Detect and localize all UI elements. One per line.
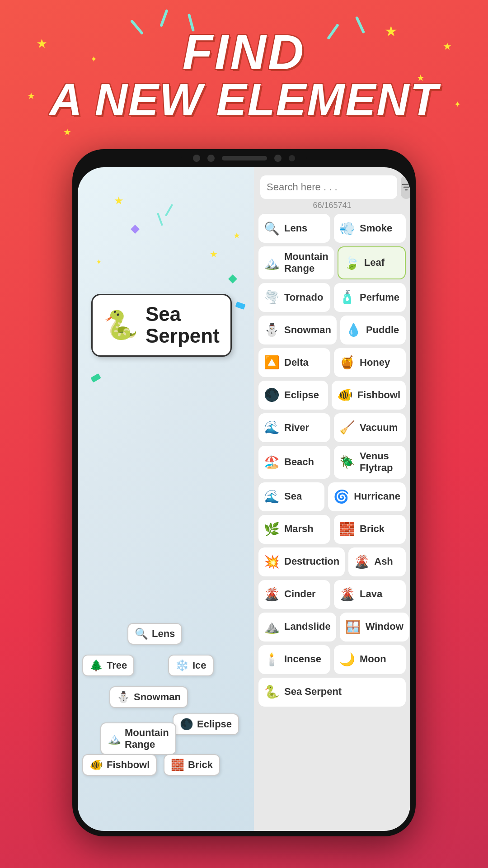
element-item[interactable]: ⛄Snowman (258, 316, 337, 344)
camera-dot (193, 155, 200, 162)
element-item[interactable]: ⛰️Landslide (258, 613, 336, 642)
elem-emoji: 🌋 (339, 587, 355, 602)
elem-emoji: ⛄ (264, 322, 280, 337)
element-item[interactable]: 🌊River (258, 413, 330, 442)
elem-emoji: 🏖️ (264, 455, 280, 470)
element-item[interactable]: 🔼Delta (258, 348, 330, 377)
element-item[interactable]: 💨Smoke (334, 214, 406, 243)
node-brick[interactable]: 🧱 Brick (164, 754, 220, 776)
element-item[interactable]: 🏔️Mountain Range (258, 246, 334, 279)
element-item[interactable]: 🪟Window (340, 613, 409, 642)
element-row: 🌿Marsh🧱Brick (258, 515, 406, 544)
node-eclipse[interactable]: 🌑 Eclipse (173, 713, 239, 735)
element-item[interactable]: 🐍Sea Serpent (258, 678, 406, 707)
element-item[interactable]: 🌿Marsh (258, 515, 330, 544)
elem-name: Fishbowl (357, 389, 400, 401)
elem-name: Marsh (284, 523, 314, 535)
element-row: 💥Destruction🌋Ash (258, 547, 406, 576)
node-tree-label: Tree (107, 660, 127, 671)
elem-name: Destruction (284, 556, 339, 567)
gem-green-deco (228, 274, 237, 283)
elem-name: Tornado (284, 292, 323, 303)
elem-name: Beach (284, 456, 314, 468)
elem-name: Moon (360, 653, 386, 665)
element-item[interactable]: 🍃Leaf (338, 246, 406, 279)
panel-star: ★ (233, 231, 240, 241)
element-item[interactable]: 🌊Sea (258, 482, 324, 511)
element-row: 🌊Sea🌀Hurricane (258, 482, 406, 511)
eclipse-icon: 🌑 (180, 718, 193, 731)
elem-emoji: 🏔️ (264, 255, 280, 270)
node-lens[interactable]: 🔍 Lens (127, 623, 182, 645)
element-item[interactable]: 🧴Perfume (334, 283, 406, 312)
elem-name: Incense (284, 653, 321, 665)
node-fishbowl-label: Fishbowl (107, 759, 150, 771)
speaker-grill (222, 156, 267, 160)
element-item[interactable]: 🐠Fishbowl (332, 381, 406, 410)
element-row: 🔍Lens💨Smoke (258, 214, 406, 243)
elem-name: Venus Flytrap (360, 450, 400, 474)
element-item[interactable]: 💥Destruction (258, 547, 345, 576)
filter-button[interactable] (401, 175, 410, 199)
element-item[interactable]: 🌪️Tornado (258, 283, 330, 312)
element-item[interactable]: 🌙Moon (334, 645, 406, 674)
elem-name: Vacuum (360, 422, 398, 434)
node-snowman[interactable]: ⛄ Snowman (109, 686, 188, 708)
element-item[interactable]: 🕯️Incense (258, 645, 330, 674)
elem-name: Leaf (364, 257, 385, 269)
node-mountain-range[interactable]: 🏔️ MountainRange (100, 722, 176, 755)
element-row: 🏖️Beach🪲Venus Flytrap (258, 446, 406, 479)
node-brick-label: Brick (188, 759, 213, 771)
camera-dot2 (207, 155, 215, 162)
elem-name: Sea (284, 491, 302, 502)
elem-emoji: 🧱 (339, 522, 355, 537)
elements-panel: 66/165741 🔍Lens💨Smoke🏔️Mountain Range🍃Le… (254, 167, 410, 831)
elem-emoji: 🌿 (264, 522, 280, 537)
elem-emoji: 🧹 (339, 420, 355, 435)
element-row: ⛄Snowman💧Puddle (258, 316, 406, 344)
node-lens-label: Lens (152, 628, 175, 640)
count-label: 66/165741 (254, 201, 410, 210)
element-row: 🌑Eclipse🐠Fishbowl (258, 381, 406, 410)
element-item[interactable]: 🪲Venus Flytrap (334, 446, 406, 479)
search-input[interactable] (260, 175, 397, 199)
element-item[interactable]: 🌑Eclipse (258, 381, 328, 410)
element-item[interactable]: 🧱Brick (334, 515, 406, 544)
panel-spark2 (157, 212, 163, 226)
elem-emoji: 🌋 (264, 587, 280, 602)
element-item[interactable]: 💧Puddle (340, 316, 406, 344)
node-ice[interactable]: ❄️ Ice (168, 655, 214, 676)
ice-icon: ❄️ (175, 659, 189, 672)
element-item[interactable]: 🌋Cinder (258, 580, 330, 609)
search-bar (260, 175, 404, 199)
elem-emoji: 🌙 (339, 652, 355, 667)
elem-emoji: 🍯 (339, 355, 355, 370)
element-row: 🕯️Incense🌙Moon (258, 645, 406, 674)
rect-deco (235, 302, 246, 310)
elements-list[interactable]: 🔍Lens💨Smoke🏔️Mountain Range🍃Leaf🌪️Tornad… (254, 214, 410, 831)
elem-name: Lava (360, 588, 382, 600)
elem-name: Window (366, 621, 404, 632)
elem-emoji: ⛰️ (264, 619, 280, 634)
elem-name: Sea Serpent (284, 686, 342, 698)
element-item[interactable]: 🏖️Beach (258, 446, 330, 479)
elem-emoji: 🌊 (264, 489, 280, 504)
element-item[interactable]: 🌀Hurricane (328, 482, 406, 511)
element-item[interactable]: 🌋Ash (348, 547, 406, 576)
elem-name: Ash (374, 556, 393, 567)
brick-icon: 🧱 (171, 759, 184, 771)
phone-notch (181, 149, 307, 167)
panel-star: ✦ (96, 258, 102, 266)
element-item[interactable]: 🧹Vacuum (334, 413, 406, 442)
panel-star: ★ (114, 194, 124, 207)
title-block: FIND A NEW ELEMENT (0, 27, 488, 122)
elem-name: Mountain Range (284, 251, 328, 275)
element-item[interactable]: 🔍Lens (258, 214, 330, 243)
element-row: 🏔️Mountain Range🍃Leaf (258, 246, 406, 279)
element-item[interactable]: 🍯Honey (334, 348, 406, 377)
phone-frame: ★ ★ ✦ ★ 🐍 SeaSerpent 🔍 Lens (72, 149, 416, 836)
node-tree[interactable]: 🌲 Tree (82, 655, 134, 676)
phone-screen: ★ ★ ✦ ★ 🐍 SeaSerpent 🔍 Lens (78, 167, 410, 831)
node-fishbowl[interactable]: 🐠 Fishbowl (82, 754, 157, 776)
element-item[interactable]: 🌋Lava (334, 580, 406, 609)
